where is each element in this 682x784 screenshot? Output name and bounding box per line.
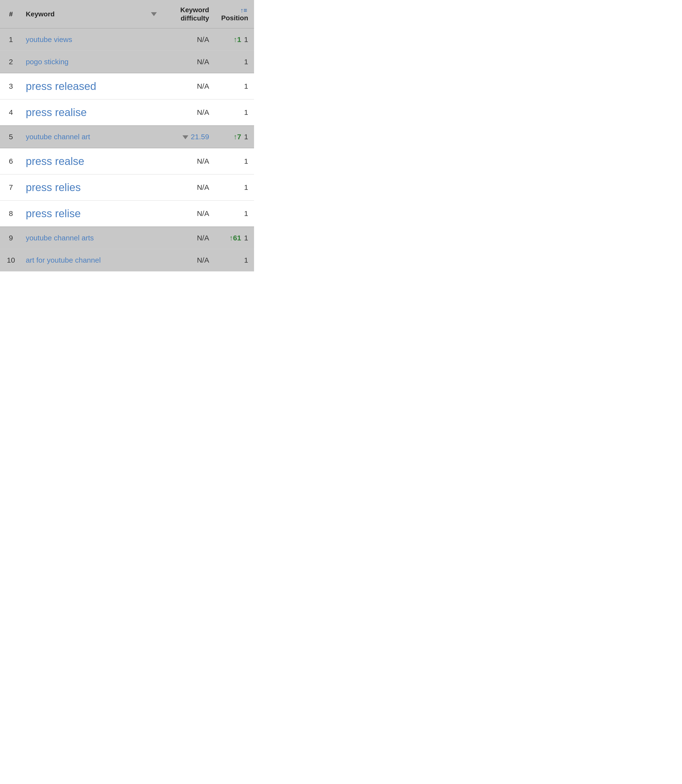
position-value: 1	[244, 133, 248, 141]
difficulty-sort-icon: Keyword difficulty	[151, 6, 209, 22]
cell-num: 4	[0, 99, 22, 126]
cell-position: 1	[215, 174, 254, 201]
cell-num: 8	[0, 201, 22, 227]
cell-position: 1	[215, 99, 254, 126]
table-body: 1youtube viewsN/A↑112pogo stickingN/A13p…	[0, 28, 254, 271]
position-value: 1	[244, 234, 248, 242]
cell-num: 2	[0, 51, 22, 73]
table-row: 9youtube channel artsN/A↑611	[0, 227, 254, 249]
keywords-table: # Keyword Keyword difficulty ↑≡ Position…	[0, 0, 254, 271]
table-row: 8press reliseN/A1	[0, 201, 254, 227]
table-row: 5youtube channel art21.59↑71	[0, 126, 254, 148]
cell-difficulty: N/A	[147, 249, 215, 271]
table-row: 6press realseN/A1	[0, 148, 254, 174]
cell-keyword[interactable]: youtube channel art	[22, 126, 147, 148]
table-header: # Keyword Keyword difficulty ↑≡ Position	[0, 0, 254, 28]
cell-keyword[interactable]: press realse	[22, 148, 147, 174]
table-row: 1youtube viewsN/A↑11	[0, 28, 254, 51]
cell-position: 1	[215, 201, 254, 227]
position-value: 1	[244, 35, 248, 43]
cell-difficulty: N/A	[147, 51, 215, 73]
chevron-down-icon	[151, 12, 157, 16]
position-value: 1	[244, 157, 248, 165]
cell-keyword[interactable]: youtube channel arts	[22, 227, 147, 249]
position-change-badge: ↑61	[229, 234, 241, 242]
cell-keyword[interactable]: press relies	[22, 174, 147, 201]
header-position[interactable]: ↑≡ Position	[215, 0, 254, 28]
position-value: 1	[244, 82, 248, 90]
cell-difficulty: N/A	[147, 174, 215, 201]
cell-position: 1	[215, 148, 254, 174]
table-row: 4press realiseN/A1	[0, 99, 254, 126]
cell-keyword[interactable]: pogo sticking	[22, 51, 147, 73]
cell-keyword[interactable]: art for youtube channel	[22, 249, 147, 271]
header-difficulty[interactable]: Keyword difficulty	[147, 0, 215, 28]
cell-difficulty: N/A	[147, 201, 215, 227]
cell-num: 7	[0, 174, 22, 201]
position-value: 1	[244, 256, 248, 264]
cell-position: 1	[215, 51, 254, 73]
position-change-badge: ↑1	[234, 35, 241, 43]
cell-keyword[interactable]: press relise	[22, 201, 147, 227]
cell-difficulty: N/A	[147, 99, 215, 126]
cell-difficulty: 21.59	[147, 126, 215, 148]
cell-keyword[interactable]: press released	[22, 73, 147, 99]
position-value: 1	[244, 57, 248, 66]
cell-num: 9	[0, 227, 22, 249]
position-sort-icon: ↑≡	[241, 6, 247, 14]
cell-difficulty: N/A	[147, 73, 215, 99]
cell-num: 10	[0, 249, 22, 271]
cell-position: ↑611	[215, 227, 254, 249]
difficulty-value: 21.59	[191, 133, 209, 141]
cell-keyword[interactable]: press realise	[22, 99, 147, 126]
cell-num: 5	[0, 126, 22, 148]
cell-num: 3	[0, 73, 22, 99]
position-value: 1	[244, 108, 248, 116]
cell-difficulty: N/A	[147, 148, 215, 174]
table-row: 2pogo stickingN/A1	[0, 51, 254, 73]
cell-difficulty: N/A	[147, 227, 215, 249]
cell-position: ↑11	[215, 28, 254, 51]
table-row: 10art for youtube channelN/A1	[0, 249, 254, 271]
header-keyword[interactable]: Keyword	[22, 0, 147, 28]
cell-difficulty: N/A	[147, 28, 215, 51]
cell-position: 1	[215, 73, 254, 99]
position-change-badge: ↑7	[234, 133, 241, 141]
header-num: #	[0, 0, 22, 28]
table-row: 7press reliesN/A1	[0, 174, 254, 201]
position-value: 1	[244, 209, 248, 217]
cell-position: 1	[215, 249, 254, 271]
cell-num: 6	[0, 148, 22, 174]
sort-down-icon	[182, 135, 188, 139]
cell-position: ↑71	[215, 126, 254, 148]
table-row: 3press releasedN/A1	[0, 73, 254, 99]
cell-keyword[interactable]: youtube views	[22, 28, 147, 51]
position-value: 1	[244, 183, 248, 191]
cell-num: 1	[0, 28, 22, 51]
